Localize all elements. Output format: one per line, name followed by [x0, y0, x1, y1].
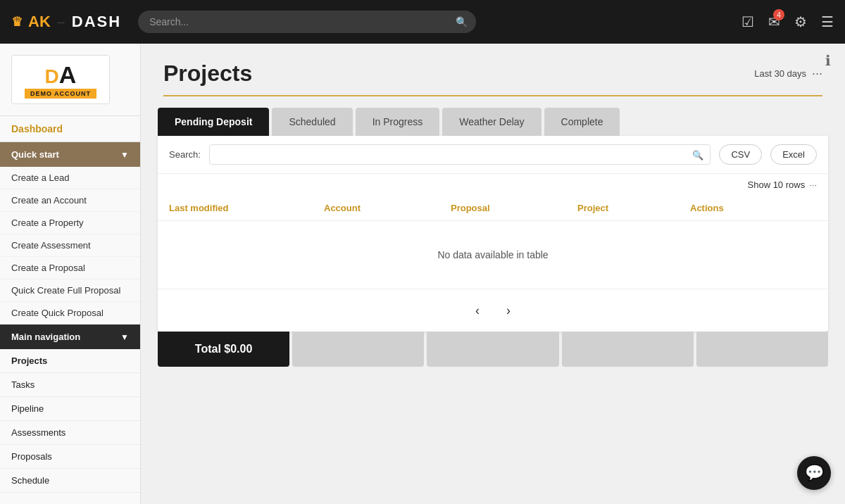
chat-bubble[interactable]: 💬 — [797, 456, 831, 490]
tab-complete[interactable]: Complete — [544, 108, 620, 136]
sidebar-dashboard[interactable]: Dashboard — [0, 116, 140, 142]
logo-dash: DASH — [72, 13, 121, 31]
sidebar-item-create-account[interactable]: Create an Account — [0, 189, 140, 212]
rows-info: Show 10 rows ··· — [158, 174, 828, 196]
clipboard-icon[interactable]: ☑ — [741, 13, 754, 30]
chat-icon: 💬 — [805, 464, 824, 482]
menu-icon[interactable]: ☰ — [821, 13, 834, 30]
navbar-search-wrapper: 🔍 — [138, 11, 476, 33]
header-right: Last 30 days ··· — [754, 66, 822, 81]
show-rows-label: Show 10 rows — [748, 179, 806, 190]
col-project: Project — [577, 203, 690, 213]
sidebar-item-quick-create-full-proposal[interactable]: Quick Create Full Proposal — [0, 279, 140, 302]
next-page-button[interactable]: › — [499, 301, 518, 320]
navbar-actions: ☑ ✉ 4 ⚙ ☰ — [741, 13, 834, 30]
search-input[interactable] — [138, 11, 476, 33]
col-account: Account — [324, 203, 451, 213]
csv-button[interactable]: CSV — [719, 144, 762, 165]
sidebar-nav-item-assessments[interactable]: Assessments — [0, 421, 140, 445]
sidebar-nav-item-projects[interactable]: Projects — [0, 349, 140, 373]
sidebar: D A DEMO ACCOUNT Dashboard Quick start ▼… — [0, 44, 141, 504]
page-divider — [163, 95, 822, 96]
navbar: ♛ AK — DASH 🔍 ☑ ✉ 4 ⚙ ☰ — [0, 0, 845, 44]
rows-options-button[interactable]: ··· — [809, 179, 817, 190]
sidebar-account: D A DEMO ACCOUNT — [0, 44, 140, 116]
col-actions: Actions — [690, 203, 775, 213]
bottom-tab-complete — [696, 332, 828, 367]
bottom-tab-weather-delay — [562, 332, 694, 367]
no-data-message: No data available in table — [158, 221, 828, 289]
sidebar-nav-item-pipeline[interactable]: Pipeline — [0, 397, 140, 421]
search-icon: 🔍 — [456, 16, 468, 27]
sidebar-nav-item-tasks[interactable]: Tasks — [0, 373, 140, 397]
account-logo: D A DEMO ACCOUNT — [11, 55, 110, 104]
gear-icon[interactable]: ⚙ — [794, 13, 807, 30]
pagination: ‹ › — [158, 289, 828, 332]
sidebar-item-create-quick-proposal[interactable]: Create Quick Proposal — [0, 302, 140, 325]
page-title: Projects — [163, 61, 252, 87]
account-name-label: DEMO ACCOUNT — [25, 89, 96, 99]
main-nav-label: Main navigation — [11, 332, 80, 342]
main-layout: D A DEMO ACCOUNT Dashboard Quick start ▼… — [0, 44, 845, 504]
chevron-down-icon: ▼ — [120, 150, 129, 160]
bottom-tabs: Total $0.00 — [158, 332, 828, 367]
bottom-tab-in-progress — [427, 332, 558, 367]
sidebar-nav-item-schedule[interactable]: Schedule — [0, 469, 140, 493]
sidebar-item-create-proposal[interactable]: Create a Proposal — [0, 257, 140, 279]
sidebar-main-nav-section[interactable]: Main navigation ▼ — [0, 325, 140, 349]
table-columns-header: Last modified Account Proposal Project A… — [158, 196, 828, 221]
crown-icon: ♛ — [11, 14, 23, 30]
tab-pending-deposit[interactable]: Pending Deposit — [158, 108, 269, 136]
table-search-input[interactable] — [209, 144, 711, 165]
quickstart-label: Quick start — [11, 149, 59, 160]
sidebar-item-create-assessment[interactable]: Create Assessment — [0, 234, 140, 257]
account-logo-d: D — [45, 65, 59, 88]
prev-page-button[interactable]: ‹ — [468, 301, 487, 320]
mail-icon[interactable]: ✉ 4 — [768, 13, 780, 30]
content-header: Projects Last 30 days ··· — [141, 44, 845, 95]
bottom-tab-scheduled — [292, 332, 424, 367]
mail-badge: 4 — [773, 9, 784, 20]
tabs-bar: Pending Deposit Scheduled In Progress We… — [158, 108, 828, 136]
logo[interactable]: ♛ AK — DASH — [11, 13, 121, 31]
sidebar-item-create-property[interactable]: Create a Property — [0, 212, 140, 234]
content: ℹ Projects Last 30 days ··· Pending Depo… — [141, 44, 845, 504]
chevron-down-icon-2: ▼ — [120, 332, 129, 342]
excel-button[interactable]: Excel — [770, 144, 817, 165]
table-container: Search: 🔍 CSV Excel Show 10 rows ··· Las… — [158, 136, 828, 332]
last-days-label: Last 30 days — [754, 68, 806, 79]
account-logo-a: A — [59, 61, 77, 89]
table-search-icon: 🔍 — [692, 149, 703, 160]
logo-ak: AK — [28, 13, 51, 31]
col-last-modified: Last modified — [169, 203, 324, 213]
sidebar-quickstart-section[interactable]: Quick start ▼ — [0, 142, 140, 167]
sidebar-item-create-lead[interactable]: Create a Lead — [0, 167, 140, 189]
total-label: Total $0.00 — [158, 332, 289, 367]
table-toolbar: Search: 🔍 CSV Excel — [158, 136, 828, 174]
more-options-button[interactable]: ··· — [812, 66, 822, 81]
col-proposal: Proposal — [451, 203, 577, 213]
info-icon[interactable]: ℹ — [825, 53, 831, 68]
tab-in-progress[interactable]: In Progress — [356, 108, 440, 136]
search-label: Search: — [169, 149, 201, 160]
table-search-wrapper: 🔍 — [209, 144, 711, 165]
tab-weather-delay[interactable]: Weather Delay — [442, 108, 541, 136]
tab-scheduled[interactable]: Scheduled — [272, 108, 352, 136]
sidebar-nav-item-proposals[interactable]: Proposals — [0, 445, 140, 469]
